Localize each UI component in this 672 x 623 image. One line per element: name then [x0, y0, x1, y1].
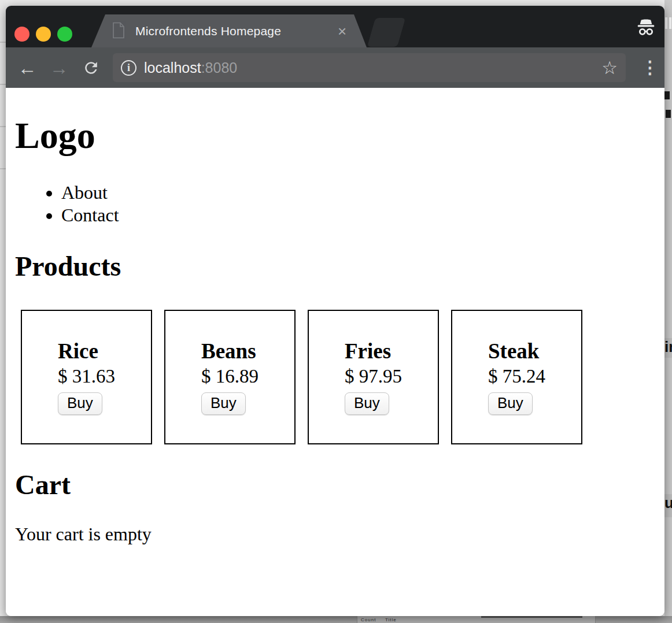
- product-name: Fries: [345, 340, 391, 364]
- new-tab-button[interactable]: [367, 18, 405, 47]
- buy-button-beans[interactable]: Buy: [201, 392, 246, 415]
- site-info-icon[interactable]: i: [121, 60, 136, 76]
- product-name: Rice: [58, 340, 98, 364]
- forward-icon: →: [50, 58, 69, 77]
- product-card-fries: Fries $ 97.95 Buy: [308, 310, 439, 444]
- url-host: localhost: [144, 60, 201, 76]
- products-heading: Products: [15, 250, 655, 282]
- back-icon: ←: [18, 58, 37, 77]
- divider: [0, 168, 6, 169]
- address-bar[interactable]: i localhost:8080 ☆: [113, 53, 626, 82]
- browser-window: Microfrontends Homepage × ← →: [6, 6, 664, 616]
- product-price: $ 75.24: [488, 366, 545, 387]
- back-button[interactable]: ←: [16, 57, 38, 79]
- nav-item-contact: Contact: [61, 205, 655, 226]
- chrome-menu-button[interactable]: ⋮: [641, 64, 651, 72]
- product-card-beans: Beans $ 16.89 Buy: [164, 310, 296, 444]
- zoom-window-button[interactable]: [57, 27, 72, 42]
- info-glyph: i: [127, 62, 130, 74]
- product-info: Beans $ 16.89 Buy: [201, 340, 259, 415]
- product-price: $ 16.89: [201, 366, 259, 387]
- background-window-bottom-strip: Count Title: [0, 616, 672, 623]
- logo-heading: Logo: [15, 114, 655, 157]
- minimize-window-button[interactable]: [36, 27, 51, 42]
- page-content: Logo About Contact Products Rice $ 31.63…: [6, 88, 664, 616]
- product-info: Steak $ 75.24 Buy: [488, 340, 545, 415]
- background-window-left-strip: [0, 0, 6, 623]
- forward-button[interactable]: →: [48, 57, 70, 79]
- tab-microfrontends-homepage[interactable]: Microfrontends Homepage ×: [91, 14, 367, 47]
- products-row: Rice $ 31.63 Buy Beans $ 16.89 Buy Fries: [21, 310, 655, 444]
- close-window-button[interactable]: [14, 27, 29, 42]
- background-text-fragment: [481, 616, 582, 618]
- page-document-icon: [112, 22, 125, 39]
- divider: [0, 42, 6, 43]
- product-card-steak: Steak $ 75.24 Buy: [451, 310, 582, 444]
- product-card-rice: Rice $ 31.63 Buy: [21, 310, 152, 444]
- buy-button-rice[interactable]: Buy: [58, 392, 102, 415]
- product-name: Steak: [488, 340, 539, 364]
- cart-empty-message: Your cart is empty: [15, 524, 655, 545]
- three-dot-icon: ⋮: [641, 58, 659, 77]
- reload-icon: [82, 59, 100, 77]
- tab-title: Microfrontends Homepage: [135, 24, 281, 38]
- product-info: Fries $ 97.95 Buy: [345, 340, 402, 415]
- background-text-fragment: [669, 17, 671, 29]
- tab-close-icon[interactable]: ×: [338, 24, 346, 39]
- product-info: Rice $ 31.63 Buy: [58, 340, 115, 415]
- nav-item-about: About: [61, 182, 655, 203]
- background-text-fragment: [664, 91, 670, 99]
- tab-bar: Microfrontends Homepage ×: [6, 6, 664, 47]
- background-column-count: Count: [361, 617, 376, 622]
- buy-button-fries[interactable]: Buy: [345, 392, 389, 415]
- divider: [0, 84, 6, 85]
- toolbar: ← → i localhost:8080 ☆ ⋮: [6, 47, 664, 88]
- background-column-title: Title: [385, 617, 397, 622]
- nav-list: About Contact: [15, 182, 655, 226]
- reload-button[interactable]: [80, 57, 102, 79]
- product-price: $ 31.63: [58, 366, 115, 387]
- url-text: localhost:8080: [144, 60, 237, 76]
- incognito-icon: [634, 15, 658, 38]
- background-table-header: Count Title: [357, 616, 596, 623]
- background-window-right-strip: in u: [664, 0, 672, 623]
- buy-button-steak[interactable]: Buy: [488, 392, 533, 415]
- divider: [0, 126, 6, 127]
- background-text-fragment: [665, 17, 667, 29]
- product-name: Beans: [201, 340, 256, 364]
- product-price: $ 97.95: [345, 366, 402, 387]
- background-text-fragment: u: [664, 494, 672, 517]
- bookmark-star-icon[interactable]: ☆: [601, 59, 618, 77]
- screen: in u Count Title Microfrontends Homepage…: [0, 0, 672, 623]
- url-port: :8080: [201, 60, 238, 76]
- background-text-fragment: [666, 110, 671, 118]
- cart-heading: Cart: [15, 469, 655, 500]
- background-text-fragment: in: [664, 338, 672, 358]
